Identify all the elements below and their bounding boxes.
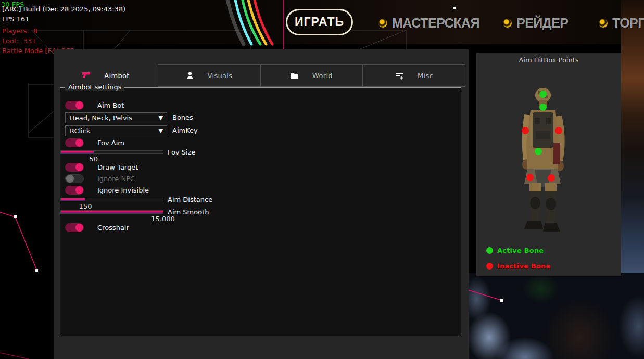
tab-label: Aimbot (104, 72, 129, 80)
aimkey-dropdown[interactable]: RClick ▼ (65, 125, 167, 136)
draw-target-row: Draw Target (65, 163, 138, 172)
build-info: [ARC] Build (Dec 28 2025, 09:43:38) (2, 5, 125, 13)
right-leg-hitbox-dot (548, 174, 555, 182)
aim-distance-track[interactable]: 150 (60, 198, 163, 201)
nav-item-workshop[interactable]: МАСТЕРСКАЯ (378, 15, 479, 31)
game-screen: ИГРАТЬ МАСТЕРСКАЯ РЕЙДЕР ТОРГО 30 FPS [A… (0, 0, 644, 359)
active-bone-dot-icon (486, 247, 493, 254)
aim-smooth-label: Aim Smooth (168, 208, 209, 216)
coin-icon (599, 19, 608, 28)
toggle-knob (75, 186, 83, 194)
pistol-icon (82, 72, 91, 80)
tab-label: World (312, 72, 333, 80)
bones-row: Head, Neck, Pelvis ▼ Bones (65, 112, 284, 123)
aim-hitbox-panel: Aim HitBox Points (476, 53, 621, 276)
cheat-menu-panel: Aimbot Visuals World (54, 49, 469, 359)
crosshair-label: Crosshair (97, 224, 129, 232)
fov-aim-row: Fov Aim (65, 138, 124, 147)
coin-icon (503, 19, 512, 28)
aimkey-label: AimKey (172, 126, 198, 134)
aimbot-settings-group: Aimbot settings Aim Bot Head, Neck, Pelv… (60, 87, 461, 336)
chevron-down-icon: ▼ (159, 127, 163, 134)
toggle-knob (75, 224, 83, 232)
pelvis-hitbox-dot (535, 148, 542, 155)
aim-bot-label: Aim Bot (97, 101, 124, 109)
draw-target-label: Draw Target (97, 163, 138, 171)
fov-size-value: 50 (89, 155, 98, 163)
tab-visuals[interactable]: Visuals (158, 64, 260, 87)
crosshair-toggle[interactable] (65, 223, 84, 232)
tab-label: Misc (418, 72, 433, 80)
bones-dropdown-value: Head, Neck, Pelvis (70, 114, 132, 122)
loot-counter: Loot: 331 (2, 37, 36, 45)
toggle-knob (66, 175, 74, 183)
chevron-down-icon: ▼ (159, 114, 163, 121)
fps-readout: FPS 161 (2, 15, 30, 23)
person-icon (186, 71, 194, 80)
aimbot-settings-title: Aimbot settings (65, 83, 124, 91)
bones-label: Bones (172, 113, 193, 121)
tab-world[interactable]: World (260, 64, 363, 87)
ignore-invisible-label: Ignore Invisible (97, 186, 149, 194)
legend-active-bone: Active Bone (486, 247, 544, 254)
aimkey-dropdown-value: RClick (70, 127, 90, 135)
aim-distance-label: Aim Distance (168, 196, 212, 203)
folder-icon (291, 72, 299, 79)
slider-fill (61, 151, 94, 153)
fov-size-slider: 50 Fov Size (60, 150, 163, 154)
nav-play-button[interactable]: ИГРАТЬ (286, 9, 353, 35)
aim-smooth-value: 15.000 (151, 215, 175, 223)
aim-distance-slider: 150 Aim Distance (60, 198, 163, 201)
slider-fill (61, 211, 163, 213)
bones-dropdown[interactable]: Head, Neck, Pelvis ▼ (65, 112, 167, 123)
head-hitbox-dot (539, 91, 547, 98)
nav-item-label: РЕЙДЕР (516, 16, 568, 31)
active-bone-label: Active Bone (497, 247, 544, 254)
aim-smooth-slider: 15.000 Aim Smooth (60, 210, 163, 214)
fov-aim-label: Fov Aim (97, 139, 124, 147)
neck-hitbox-dot (539, 104, 547, 111)
aim-smooth-track[interactable]: 15.000 (60, 210, 163, 214)
fov-aim-toggle[interactable] (65, 138, 84, 147)
ignore-npc-label: Ignore NPC (97, 175, 135, 183)
toggle-knob (75, 139, 83, 147)
players-counter: Players: 8 (2, 27, 37, 35)
tab-misc[interactable]: Misc (363, 64, 465, 87)
hitbox-panel-title: Aim HitBox Points (476, 56, 621, 64)
toggle-knob (75, 101, 83, 109)
nav-item-raider[interactable]: РЕЙДЕР (503, 15, 568, 31)
coin-icon (378, 19, 387, 28)
aim-bot-toggle[interactable] (65, 101, 84, 110)
left-leg-hitbox-dot (526, 174, 534, 181)
white-marker-dot (453, 7, 456, 9)
left-arm-hitbox-dot (522, 127, 529, 134)
fov-size-track[interactable]: 50 (60, 150, 163, 154)
inactive-bone-dot-icon (486, 263, 493, 270)
ignore-invisible-toggle[interactable] (65, 186, 84, 195)
ignore-invisible-row: Ignore Invisible (65, 186, 149, 195)
toggle-knob (75, 163, 83, 171)
nav-item-trader[interactable]: ТОРГО (599, 15, 644, 31)
right-arm-hitbox-dot (555, 127, 562, 134)
aim-distance-value: 150 (79, 202, 92, 210)
ignore-npc-row: Ignore NPC (65, 174, 135, 183)
aimkey-row: RClick ▼ AimKey (65, 125, 284, 136)
aim-bot-row: Aim Bot (65, 101, 124, 110)
slider-fill (61, 198, 85, 201)
nav-play-label: ИГРАТЬ (295, 15, 344, 29)
ignore-npc-toggle[interactable] (65, 174, 84, 183)
draw-target-toggle[interactable] (65, 163, 84, 172)
crosshair-row: Crosshair (65, 223, 129, 232)
nav-item-label: МАСТЕРСКАЯ (392, 16, 479, 31)
nav-item-label: ТОРГО (612, 16, 644, 31)
inactive-bone-label: Inactive Bone (497, 262, 551, 270)
legend-inactive-bone: Inactive Bone (486, 262, 551, 270)
tab-label: Visuals (208, 72, 233, 80)
list-add-icon (395, 72, 404, 80)
fov-size-label: Fov Size (168, 148, 195, 156)
